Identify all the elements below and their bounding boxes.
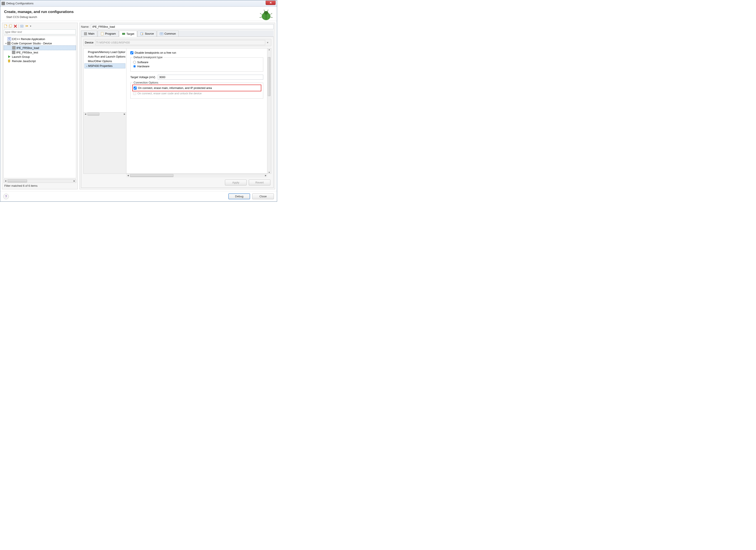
play-icon — [8, 55, 11, 58]
debug-button[interactable]: Debug — [228, 194, 250, 199]
tab-source[interactable]: Source — [137, 31, 157, 37]
box-icon — [12, 51, 15, 54]
left-h-scrollbar[interactable]: ◀ ▶ — [3, 179, 76, 183]
name-label: Name: — [81, 25, 89, 28]
erase-user-checkbox — [133, 92, 136, 95]
tree-label: IPE_FR59xx_load — [16, 46, 39, 50]
property-tree: Program/Memory Load Options Auto Run and… — [84, 48, 126, 174]
tab-label: Main — [88, 32, 94, 35]
erase-main-row[interactable]: On connect, erase main, information, and… — [134, 86, 260, 90]
tab-target[interactable]: Target — [119, 31, 137, 37]
bp-hardware-radio[interactable] — [133, 65, 136, 68]
expand-arrow-icon[interactable]: ▾ — [5, 42, 7, 45]
new-config-icon[interactable]: + — [4, 24, 8, 28]
scroll-left-icon[interactable]: ◀ — [126, 174, 130, 177]
scroll-thumb[interactable] — [268, 57, 270, 96]
settings-v-scrollbar[interactable]: ▲ ▼ — [267, 48, 271, 174]
prop-misc[interactable]: Misc/Other Options — [84, 59, 125, 63]
tree-label: Code Composer Studio - Device — [11, 42, 52, 45]
svg-line-5 — [270, 13, 272, 15]
header-subtitle: Start CCS Debug launch — [4, 15, 273, 19]
name-input[interactable] — [91, 24, 274, 29]
prop-program-memory[interactable]: Program/Memory Load Options — [84, 50, 125, 54]
chip-icon — [122, 32, 125, 36]
delete-config-icon[interactable] — [13, 24, 17, 28]
scroll-thumb[interactable] — [130, 174, 173, 177]
scroll-right-icon[interactable]: ▶ — [264, 174, 267, 177]
tree-label: Remote JavaScript — [12, 60, 36, 63]
tree-item-ipe-load[interactable]: IPE_FR59xx_load — [4, 45, 76, 50]
settings-h-scrollbar[interactable]: ◀ ▶ — [126, 174, 267, 178]
tab-label: Program — [105, 32, 116, 35]
tree-item-launch-group[interactable]: Launch Group — [4, 55, 76, 59]
duplicate-config-icon[interactable] — [9, 24, 13, 28]
revert-button[interactable]: Revert — [249, 180, 270, 186]
tab-program[interactable]: Program — [98, 31, 119, 37]
titlebar[interactable]: Debug Configurations ✕ — [0, 0, 277, 7]
tab-label: Common — [164, 32, 176, 35]
expand-arrow-icon[interactable]: ▹ — [86, 65, 88, 67]
tree-label: IPE_FR59xx_test — [16, 51, 38, 54]
scroll-thumb[interactable] — [87, 113, 99, 116]
prop-auto-run[interactable]: Auto Run and Launch Options — [84, 54, 125, 59]
tree-item-c-remote[interactable]: C C/C++ Remote Application — [4, 37, 76, 41]
prop-msp430[interactable]: ▹MSP430 Properties — [84, 63, 125, 68]
svg-line-6 — [270, 17, 273, 18]
erase-main-checkbox[interactable] — [134, 87, 137, 90]
tab-main[interactable]: Main — [81, 31, 97, 37]
scroll-right-icon[interactable]: ▶ — [123, 113, 126, 116]
tree-item-remote-js[interactable]: Remote JavaScript — [4, 59, 76, 63]
scroll-thumb[interactable] — [8, 180, 27, 183]
target-voltage-input[interactable] — [158, 75, 263, 80]
target-voltage-row: Target Voltage (mV) — [130, 75, 263, 80]
collapse-all-icon[interactable] — [20, 24, 24, 28]
target-voltage-label: Target Voltage (mV) — [130, 76, 155, 79]
help-icon[interactable]: ? — [3, 194, 9, 199]
config-tree[interactable]: C C/C++ Remote Application ▾ Code Compos… — [3, 36, 76, 178]
tab-label: Source — [145, 32, 154, 35]
bp-software-radio[interactable] — [133, 61, 136, 64]
default-bp-fieldset: Default breakpoint type Software Hardwar… — [130, 57, 263, 72]
inner-split: Program/Memory Load Options Auto Run and… — [83, 48, 271, 174]
scroll-down-icon[interactable]: ▼ — [267, 171, 271, 174]
scroll-left-icon[interactable]: ◀ — [4, 179, 7, 183]
tabbar: Main Program Target Source Common — [81, 31, 274, 37]
scroll-right-icon[interactable]: ▶ — [73, 179, 76, 183]
app-icon — [2, 2, 5, 5]
header: Create, manage, and run configurations S… — [0, 7, 277, 21]
dialog-window: Debug Configurations ✕ Create, manage, a… — [0, 0, 277, 202]
apply-revert-row: Apply Revert — [83, 178, 271, 186]
device-select[interactable]: TI MSP430 USB1/MSP430 — [95, 40, 265, 45]
connection-legend: Connection Options — [133, 81, 159, 84]
filter-input[interactable] — [4, 29, 76, 34]
window-title: Debug Configurations — [6, 2, 34, 5]
disable-breakpoints-checkbox[interactable] — [130, 51, 133, 54]
dropdown-arrow-icon[interactable]: ▼ — [30, 25, 32, 27]
window-close-button[interactable]: ✕ — [266, 1, 276, 5]
close-button[interactable]: Close — [252, 194, 274, 199]
device-label: Device — [85, 41, 94, 44]
disable-breakpoints-row[interactable]: Disable breakpoints on a free run — [130, 51, 263, 54]
tree-item-ccs-device[interactable]: ▾ Code Composer Studio - Device — [4, 41, 76, 45]
tab-common[interactable]: Common — [157, 31, 179, 37]
svg-rect-17 — [101, 32, 103, 35]
disable-breakpoints-label: Disable breakpoints on a free run — [135, 51, 176, 54]
bp-hardware-row[interactable]: Hardware — [133, 65, 260, 68]
apply-button[interactable]: Apply — [225, 180, 247, 186]
filter-menu-icon[interactable] — [25, 24, 29, 28]
svg-line-8 — [267, 10, 268, 11]
bp-software-row[interactable]: Software — [133, 61, 260, 64]
svg-text:+: + — [6, 24, 8, 26]
erase-user-label: On connect, erase user code and unlock t… — [137, 92, 202, 95]
scroll-left-icon[interactable]: ◀ — [84, 113, 87, 116]
svg-rect-18 — [122, 33, 125, 35]
proptree-h-scrollbar[interactable]: ◀ ▶ — [84, 112, 126, 174]
filter-status: Filter matched 6 of 6 items — [3, 183, 77, 188]
device-row: Device TI MSP430 USB1/MSP430 ▾ — [83, 39, 271, 46]
scroll-up-icon[interactable]: ▲ — [267, 48, 271, 51]
tree-item-ipe-test[interactable]: IPE_FR59xx_test — [4, 50, 76, 55]
bp-software-label: Software — [137, 61, 148, 64]
svg-rect-13 — [10, 24, 12, 27]
box-icon — [7, 42, 11, 45]
chevron-down-icon[interactable]: ▾ — [267, 41, 270, 44]
